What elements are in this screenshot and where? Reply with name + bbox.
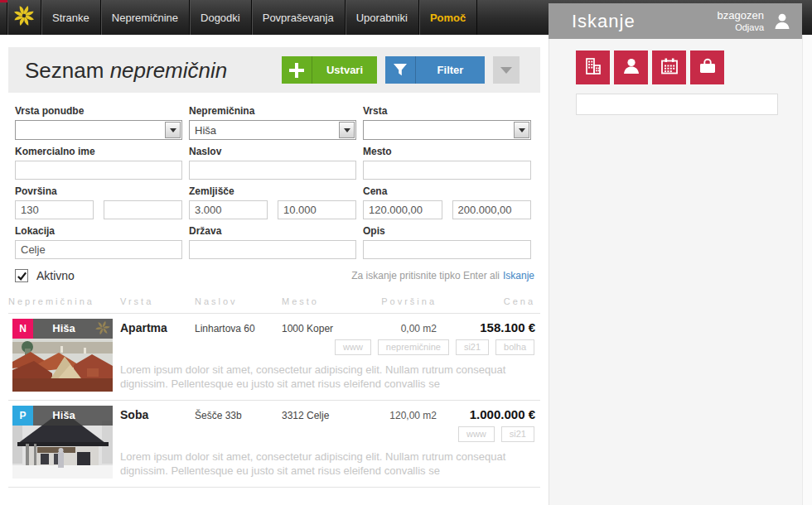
column-header-cena: Cena	[437, 296, 540, 306]
field-label: Komercialno ime	[15, 146, 182, 157]
quick-inquiries-button[interactable]	[690, 50, 724, 84]
portal-button-www[interactable]: www	[335, 339, 371, 354]
building-icon	[583, 56, 603, 79]
listing-area: 120,00 m2	[365, 406, 437, 421]
more-actions-button[interactable]	[493, 56, 520, 84]
listing-address: Šešče 33b	[195, 406, 282, 421]
results-list: Nepremičnina Vrsta Naslov Mesto Površina…	[8, 296, 540, 488]
field-label: Mesto	[363, 146, 531, 157]
create-button-label: Ustvari	[312, 56, 377, 84]
scrollbar-track[interactable]	[802, 35, 812, 505]
plus-icon	[282, 56, 312, 84]
active-checkbox[interactable]	[15, 269, 28, 282]
location-input[interactable]	[15, 240, 182, 259]
field-label: Država	[189, 225, 356, 237]
create-button[interactable]: Ustvari	[282, 56, 377, 84]
search-panel-body	[549, 39, 802, 505]
offer-type-select[interactable]	[15, 120, 182, 140]
portal-button-www[interactable]: www	[458, 426, 495, 441]
nav-item-stranke[interactable]: Stranke	[41, 0, 100, 35]
filter-button[interactable]: Filter	[385, 56, 485, 84]
quick-properties-button[interactable]	[576, 50, 610, 84]
select-arrow-icon	[514, 122, 529, 138]
listing-price: 158.100 €	[437, 319, 540, 334]
search-panel-title: Iskanje	[572, 11, 636, 32]
listing-photo[interactable]: N Hiša	[12, 319, 113, 392]
filter-form: Vrsta ponudbe Nepremičnina Hiša Vrsta	[15, 99, 534, 282]
field-label: Lokacija	[15, 225, 182, 237]
field-label: Vrsta ponudbe	[15, 105, 182, 117]
portal-button-nepremicnine[interactable]: nepremičnine	[378, 339, 449, 354]
select-arrow-icon	[339, 122, 355, 138]
logout-link[interactable]: Odjava	[718, 22, 764, 34]
swirl-logo-icon	[13, 5, 35, 30]
area-from-input[interactable]	[15, 200, 94, 219]
field-label: Zemljišče	[189, 185, 356, 197]
field-label: Vrsta	[363, 105, 531, 117]
watermark-swirl-icon	[95, 320, 110, 339]
page-title: Seznam nepremičnin	[25, 57, 227, 83]
portal-button-bolha[interactable]: bolha	[495, 339, 534, 354]
nav-item-uporabniki[interactable]: Uporabniki	[346, 0, 418, 35]
listing-category: Hiša	[33, 319, 94, 339]
search-hint-text: Za iskanje pritisnite tipko Enter ali	[351, 270, 500, 281]
column-header-vrsta: Vrsta	[120, 296, 195, 306]
status-badge-new: N	[12, 319, 33, 339]
active-checkbox-label: Aktivno	[36, 269, 75, 282]
briefcase-icon	[698, 56, 718, 79]
portal-buttons: www si21	[120, 426, 540, 441]
page-header-band: Seznam nepremičnin Ustvari Filter	[8, 47, 540, 93]
listing-type[interactable]: Soba	[120, 406, 195, 421]
city-input[interactable]	[363, 161, 531, 180]
portal-button-si21[interactable]: si21	[456, 339, 489, 354]
field-label: Površina	[15, 185, 182, 197]
username: bzagozen	[718, 9, 764, 22]
funnel-icon	[385, 56, 416, 84]
portal-button-si21[interactable]: si21	[501, 426, 534, 441]
app-logo[interactable]	[7, 0, 41, 35]
quick-clients-button[interactable]	[614, 50, 648, 84]
property-type-select[interactable]: Hiša	[189, 120, 356, 140]
brand-accent	[0, 0, 7, 2]
status-badge-p: P	[12, 406, 33, 426]
commercial-name-input[interactable]	[15, 161, 182, 180]
nav-item-povprasevanja[interactable]: Povpraševanja	[252, 0, 345, 35]
area-to-input[interactable]	[104, 200, 182, 219]
results-table-header: Nepremičnina Vrsta Naslov Mesto Površina…	[8, 296, 540, 314]
listing-area: 0,00 m2	[365, 319, 437, 334]
field-label: Cena	[363, 185, 531, 197]
panel-search-input[interactable]	[576, 94, 778, 115]
quick-events-button[interactable]	[652, 50, 686, 84]
price-from-input[interactable]	[363, 200, 442, 219]
country-input[interactable]	[189, 240, 356, 259]
listing-photo[interactable]: P Hiša	[12, 406, 113, 479]
search-hint: Za iskanje pritisnite tipko Enter aliIsk…	[351, 270, 534, 281]
nav-item-nepremicnine[interactable]: Nepremičnine	[101, 0, 189, 35]
chevron-down-icon	[500, 67, 512, 74]
search-hint-link[interactable]: Iskanje	[503, 270, 534, 281]
select-arrow-icon	[165, 122, 181, 138]
listing-description: Lorem ipsum dolor sit amet, consectetur …	[120, 450, 540, 479]
price-to-input[interactable]	[452, 200, 532, 219]
land-to-input[interactable]	[278, 200, 356, 219]
page-title-prefix: Seznam	[25, 57, 104, 82]
listing-category: Hiša	[33, 406, 94, 426]
description-input[interactable]	[363, 240, 531, 259]
calendar-icon	[660, 56, 679, 79]
nav-item-pomoc[interactable]: Pomoč	[419, 0, 476, 35]
user-avatar-icon[interactable]	[772, 12, 792, 31]
person-icon	[621, 56, 641, 79]
column-header-naslov: Naslov	[195, 296, 282, 306]
listing-address: Linhartova 60	[195, 319, 282, 334]
main-content: Seznam nepremičnin Ustvari Filter	[0, 35, 549, 505]
land-from-input[interactable]	[189, 200, 268, 219]
listing-row: N Hiša Apartma Linhartova 60 1000 Koper …	[8, 314, 540, 401]
kind-select[interactable]	[363, 120, 531, 140]
address-input[interactable]	[189, 161, 356, 180]
field-label: Naslov	[189, 146, 356, 157]
listing-row: P Hiša Soba Šešče 33b 3312 Celje 120,00 …	[8, 401, 540, 488]
column-header-nepremicnina: Nepremičnina	[8, 296, 120, 306]
listing-type[interactable]: Apartma	[120, 319, 195, 334]
listing-city: 3312 Celje	[282, 406, 365, 421]
nav-item-dogodki[interactable]: Dogodki	[190, 0, 251, 35]
